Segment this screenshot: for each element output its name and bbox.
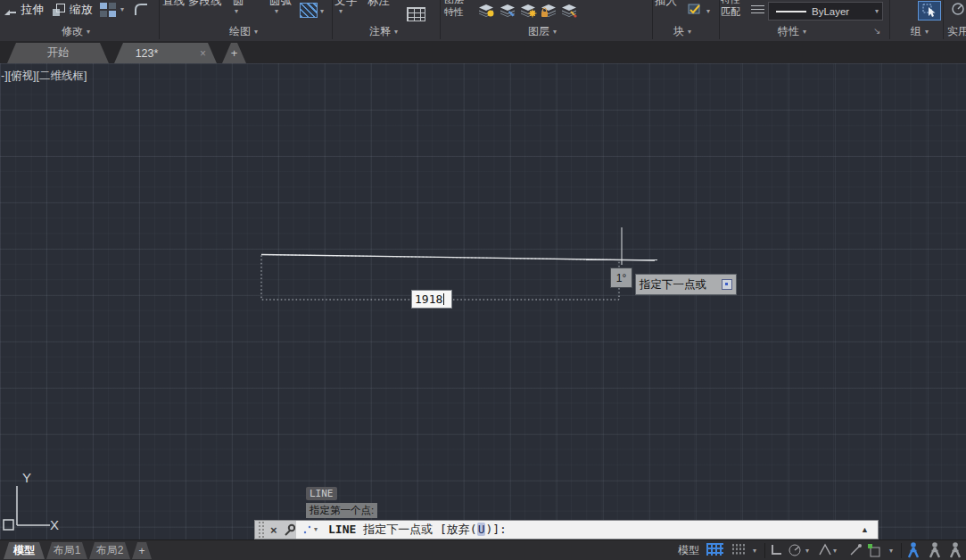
drawing-canvas[interactable]: -][俯视][二维线框] Y X: [0, 63, 966, 539]
layer-isolate-icon[interactable]: [499, 4, 516, 21]
palette-close-icon[interactable]: ×: [270, 523, 277, 537]
linetype-value: ByLayer: [812, 6, 849, 17]
layers-panel-label[interactable]: 图层 ▾: [502, 24, 582, 39]
dimension-button[interactable]: 标注: [367, 0, 390, 9]
linetype-select[interactable]: ByLayer ▾: [768, 2, 883, 21]
stretch-icon: [3, 3, 17, 17]
grid-toggle[interactable]: [706, 543, 723, 556]
properties-panel-dropdown-icon: ▾: [803, 29, 806, 36]
array-button[interactable]: ▾: [99, 2, 124, 18]
object-snap-dropdown-icon[interactable]: ▾: [889, 548, 893, 555]
properties-panel-label[interactable]: 特性 ▾: [752, 24, 832, 39]
linetype-list-icon[interactable]: [751, 5, 764, 15]
new-tab-button[interactable]: +: [222, 43, 246, 63]
edit-attribute-icon[interactable]: [688, 3, 702, 20]
array-dropdown-icon[interactable]: ▾: [120, 6, 124, 13]
line-button[interactable]: 直线: [162, 0, 185, 9]
dynamic-angle-value: 1°: [616, 272, 626, 284]
command-line-text[interactable]: LINE 指定下一点或 [放弃(U)]:: [328, 522, 507, 538]
scale-button[interactable]: 缩放: [52, 2, 93, 18]
linetype-sample: [776, 11, 806, 12]
linetype-dropdown-icon: ▾: [875, 8, 879, 15]
tab-model[interactable]: 模型: [4, 542, 45, 559]
isodraft-dropdown-icon[interactable]: ▾: [833, 548, 837, 555]
tab-close-icon[interactable]: ×: [200, 47, 206, 60]
ucs-y-label: Y: [22, 470, 31, 485]
table-icon[interactable]: [407, 7, 425, 21]
utility-panel-label[interactable]: 实用: [947, 24, 966, 39]
layer-properties-button[interactable]: 图层 特性: [444, 0, 464, 18]
modify-panel-text: 修改: [62, 24, 83, 39]
text-dropdown-icon[interactable]: ▾: [339, 8, 343, 15]
layer-lock-icon[interactable]: [540, 4, 557, 21]
layer-freeze-thaw-icon[interactable]: [519, 4, 537, 21]
object-snap-toggle[interactable]: [867, 543, 882, 557]
hatch-icon[interactable]: [300, 3, 318, 18]
annotation-person-gray-icon: [928, 541, 943, 559]
annotate-panel-label[interactable]: 注释 ▾: [343, 24, 424, 39]
snap-toggle[interactable]: [731, 543, 747, 556]
tab-drawing-123[interactable]: 123* ×: [114, 43, 217, 63]
dynamic-angle-box: 1°: [610, 268, 632, 288]
modify-panel-label[interactable]: 修改 ▾: [36, 24, 116, 39]
new-layout-button[interactable]: +: [132, 542, 152, 559]
stretch-label: 拉伸: [21, 2, 44, 18]
command-option-key[interactable]: U: [477, 523, 486, 536]
polar-tracking-icon: [788, 543, 802, 556]
annotation-visibility-toggle[interactable]: [906, 541, 921, 559]
stretch-button[interactable]: 拉伸: [3, 2, 44, 18]
hatch-dropdown-icon[interactable]: ▾: [320, 8, 324, 15]
autocad-window: 拉伸 缩放 ▾ 直线 多段线 圆 ▾ 圆弧 ▾ ▾ 文字 ▾ 标注: [0, 0, 966, 560]
status-divider: [901, 543, 902, 558]
prompt-history-command: LINE: [306, 487, 337, 500]
command-line-prompt: 指定下一点或 [放弃(: [356, 523, 476, 536]
tab-start[interactable]: 开始: [7, 43, 109, 63]
match-properties-button[interactable]: 特性 匹配: [721, 0, 740, 18]
arc-dropdown-icon[interactable]: ▾: [275, 8, 278, 15]
object-snap-tracking-toggle[interactable]: [849, 543, 863, 556]
polar-dropdown-icon[interactable]: ▾: [805, 548, 809, 555]
polyline-button[interactable]: 多段线: [188, 0, 222, 9]
annotate-panel-dropdown-icon: ▾: [394, 29, 398, 36]
group-panel-dropdown-icon: ▾: [925, 29, 929, 36]
layer-state-icon[interactable]: [560, 4, 578, 21]
annotate-panel-text: 注释: [369, 24, 391, 39]
customize-wrench-icon[interactable]: [283, 523, 295, 537]
model-space-toggle[interactable]: 模型: [678, 543, 699, 558]
status-bar: 模型 布局1 布局2 + 模型 ▾ ▾ ▾: [0, 539, 966, 560]
block-panel-label[interactable]: 块 ▾: [642, 24, 722, 39]
tab-model-label: 模型: [13, 543, 35, 558]
polar-tracking-toggle[interactable]: [788, 543, 802, 556]
dynamic-length-value: 1918: [415, 292, 442, 306]
layer-onoff-icon[interactable]: [477, 4, 495, 21]
text-button[interactable]: 文字: [334, 0, 357, 9]
recent-commands-dropdown-icon: ▾: [314, 526, 318, 533]
draw-panel-label[interactable]: 绘图 ▾: [203, 24, 284, 39]
panel-divider: [332, 0, 333, 39]
tab-layout2[interactable]: 布局2: [89, 542, 130, 559]
command-line-command: LINE: [328, 523, 356, 536]
circle-dropdown-icon[interactable]: ▾: [235, 8, 238, 15]
measure-icon[interactable]: [951, 2, 965, 20]
dynamic-length-input[interactable]: 1918: [411, 290, 452, 309]
tab-layout1[interactable]: 布局1: [46, 542, 87, 559]
recent-commands-button[interactable]: ▾: [303, 524, 318, 535]
insert-button[interactable]: 插入: [655, 0, 677, 9]
snap-dropdown-icon[interactable]: ▾: [753, 548, 756, 555]
command-line-prompt-end: )]:: [485, 523, 506, 536]
palette-expand-icon[interactable]: ▲: [861, 525, 869, 534]
layers-panel-dropdown-icon: ▾: [553, 29, 557, 36]
tab-drawing-label: 123*: [136, 47, 159, 60]
isodraft-icon: [818, 543, 831, 556]
ortho-toggle[interactable]: [770, 543, 783, 556]
block-dropdown-icon[interactable]: ▾: [706, 8, 710, 15]
auto-annotation-scale-toggle[interactable]: [928, 541, 943, 559]
command-palette[interactable]: × ▾ LINE 指定下一点或 [放弃(U)]: ▲: [254, 520, 879, 539]
palette-drag-handle[interactable]: [258, 521, 265, 539]
fillet-button[interactable]: [133, 2, 149, 17]
panel-divider: [440, 0, 441, 39]
group-select-button[interactable]: [918, 1, 941, 21]
annotation-scale-button[interactable]: [948, 541, 963, 559]
arc-button[interactable]: 圆弧: [269, 0, 292, 9]
isodraft-toggle[interactable]: [818, 543, 831, 556]
